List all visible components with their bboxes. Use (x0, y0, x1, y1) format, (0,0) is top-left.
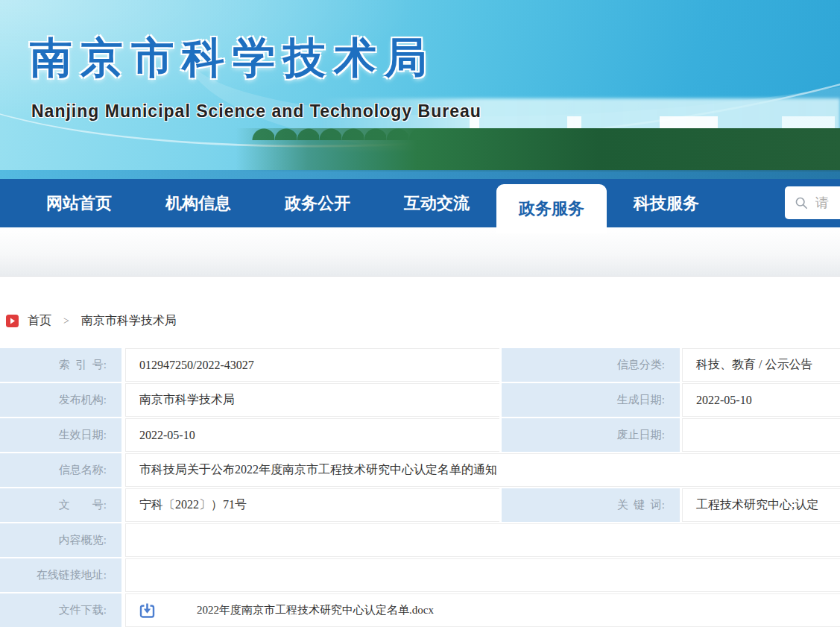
document-info-table: 索 引 号: 012947250/2022-43027 信息分类: 科技、教育 … (0, 348, 840, 629)
content-overview-value (125, 523, 840, 557)
breadcrumb-home-link[interactable]: 首页 (28, 313, 51, 329)
search-box[interactable] (785, 186, 840, 219)
nav-item-tech-services[interactable]: 科技服务 (607, 179, 726, 227)
table-row-info-name: 信息名称: 市科技局关于公布2022年度南京市工程技术研究中心认定名单的通知 (0, 453, 840, 487)
info-category-value: 科技、教育 / 公示公告 (682, 348, 840, 382)
breadcrumb-current-page: 南京市科学技术局 (81, 313, 177, 329)
info-name-value: 市科技局关于公布2022年度南京市工程技术研究中心认定名单的通知 (125, 453, 840, 487)
download-file-link[interactable]: 2022年度南京市工程技术研究中心认定名单.docx (197, 603, 434, 617)
expiry-date-label: 废止日期: (502, 418, 680, 452)
breadcrumb: 首页 > 南京市科学技术局 (6, 313, 177, 329)
info-name-label: 信息名称: (0, 453, 121, 487)
site-subtitle: Nanjing Municipal Science and Technology… (31, 101, 481, 122)
creation-date-label: 生成日期: (502, 383, 680, 417)
site-banner: 南京市科学技术局 Nanjing Municipal Science and T… (0, 0, 840, 179)
issuing-agency-value: 南京市科学技术局 (125, 383, 499, 417)
content-overview-label: 内容概览: (0, 523, 121, 557)
file-download-cell: 2022年度南京市工程技术研究中心认定名单.docx (125, 593, 840, 627)
breadcrumb-home-icon (6, 315, 19, 327)
table-row-effective-date: 生效日期: 2022-05-10 废止日期: (0, 418, 840, 452)
online-link-label: 在线链接地址: (0, 558, 121, 592)
issuing-agency-label: 发布机构: (0, 383, 121, 417)
online-link-value (125, 558, 840, 592)
keywords-value: 工程技术研究中心;认定 (682, 488, 840, 522)
file-download-label: 文件下载: (0, 593, 121, 627)
nav-item-organization[interactable]: 机构信息 (139, 179, 258, 227)
table-row-online-link: 在线链接地址: (0, 558, 840, 592)
keywords-label: 关 键 词: (502, 488, 680, 522)
document-number-label: 文 号: (0, 488, 121, 522)
creation-date-value: 2022-05-10 (682, 383, 840, 417)
download-icon[interactable] (139, 602, 155, 618)
main-navigation: 网站首页 机构信息 政务公开 互动交流 政务服务 科技服务 (0, 179, 840, 227)
effective-date-value: 2022-05-10 (125, 418, 499, 452)
info-category-label: 信息分类: (502, 348, 680, 382)
search-icon (795, 195, 808, 211)
search-input[interactable] (815, 195, 840, 211)
table-row-document-number: 文 号: 宁科〔2022〕）71号 关 键 词: 工程技术研究中心;认定 (0, 488, 840, 522)
document-number-value: 宁科〔2022〕）71号 (125, 488, 499, 522)
effective-date-label: 生效日期: (0, 418, 121, 452)
table-row-index-number: 索 引 号: 012947250/2022-43027 信息分类: 科技、教育 … (0, 348, 840, 382)
nav-item-gov-services-active[interactable]: 政务服务 (496, 184, 607, 233)
site-title: 南京市科学技术局 (30, 30, 435, 87)
breadcrumb-separator: > (63, 315, 69, 327)
nav-item-gov-disclosure[interactable]: 政务公开 (258, 179, 377, 227)
page: 南京市科学技术局 Nanjing Municipal Science and T… (0, 0, 840, 630)
index-number-value: 012947250/2022-43027 (125, 348, 499, 382)
table-row-content-overview: 内容概览: (0, 523, 840, 557)
nav-subband (0, 227, 840, 277)
banner-water-strip (0, 170, 840, 179)
index-number-label: 索 引 号: (0, 348, 121, 382)
banner-treeline (236, 128, 840, 171)
table-row-file-download: 文件下载: 2022年度南京市工程技术研究中心认定名单.docx (0, 593, 840, 627)
nav-item-interaction[interactable]: 互动交流 (377, 179, 496, 227)
table-row-issuing-agency: 发布机构: 南京市科学技术局 生成日期: 2022-05-10 (0, 383, 840, 417)
nav-item-home[interactable]: 网站首页 (19, 179, 139, 227)
expiry-date-value (682, 418, 840, 452)
